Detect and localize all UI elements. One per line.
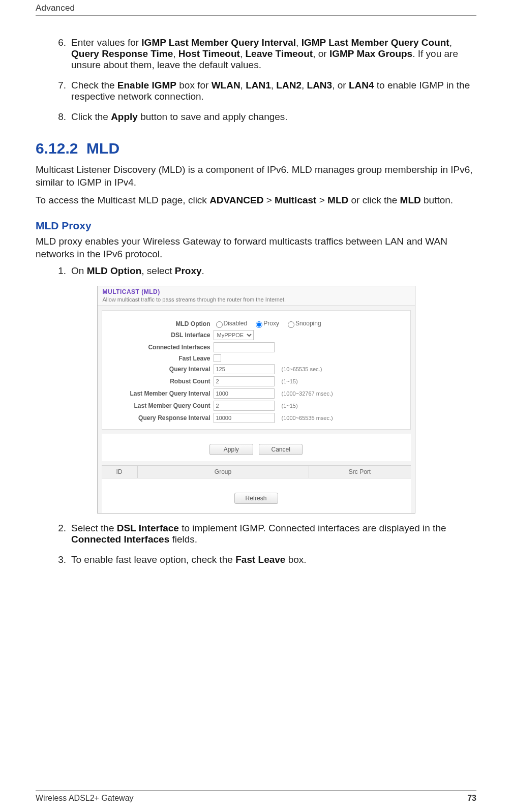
- list-item: 8. Click the Apply button to save and ap…: [50, 111, 476, 123]
- bold-term: MLD: [327, 195, 348, 205]
- mld-option-group: Disabled Proxy Snooping: [214, 320, 325, 328]
- text: >: [316, 195, 327, 205]
- paragraph: Multicast Listener Discovery (MLD) is a …: [36, 163, 476, 189]
- panel-form: MLD Option Disabled Proxy Snooping DSL I…: [102, 310, 411, 430]
- bold-term: LAN4: [349, 80, 374, 91]
- bold-term: DSL Interface: [117, 523, 179, 533]
- bold-term: IGMP Last Member Query Count: [302, 37, 449, 48]
- qr-interval-input[interactable]: [214, 413, 275, 423]
- paragraph: To access the Multicast MLD page, click …: [36, 194, 476, 206]
- connected-interfaces-input[interactable]: [214, 342, 275, 352]
- apply-button[interactable]: Apply: [209, 444, 253, 455]
- text: ,: [302, 80, 307, 91]
- text: To enable fast leave option, check the: [71, 554, 235, 565]
- radio-proxy[interactable]: Proxy: [253, 320, 279, 328]
- bold-term: Multicast: [275, 195, 316, 205]
- section-title: MLD: [86, 140, 119, 157]
- bold-term: LAN1: [246, 80, 271, 91]
- lm-query-count-input[interactable]: [214, 401, 275, 411]
- bold-term: WLAN: [212, 80, 240, 91]
- list-item: 7. Check the Enable IGMP box for WLAN, L…: [50, 80, 476, 102]
- section-number: 6.12.2: [36, 140, 78, 157]
- item-number: 2.: [50, 523, 71, 545]
- radio-label: Proxy: [263, 320, 279, 327]
- hint-text: (1000~32767 msec.): [282, 390, 333, 397]
- bold-term: Fast Leave: [235, 554, 285, 565]
- text: >: [263, 195, 275, 205]
- label-fast-leave: Fast Leave: [106, 355, 214, 362]
- text: Check the: [71, 80, 117, 91]
- radio-input[interactable]: [216, 321, 223, 328]
- bold-term: Host Timeout: [178, 48, 240, 59]
- bold-term: IGMP Max Groups: [329, 48, 412, 59]
- list-item: 1. On MLD Option, select Proxy.: [50, 265, 476, 277]
- text: button to save and apply changes.: [138, 111, 288, 122]
- label-robust-count: Robust Count: [106, 378, 214, 385]
- label-dsl-interface: DSL Interface: [106, 332, 214, 339]
- label-connected-interfaces: Connected Interfaces: [106, 344, 214, 351]
- text: Click the: [71, 111, 111, 122]
- radio-label: Snooping: [295, 320, 321, 327]
- item-number: 1.: [50, 265, 71, 277]
- label-qr-interval: Query Response Interval: [106, 414, 214, 422]
- bold-term: ADVANCED: [209, 195, 263, 205]
- text: ,: [296, 37, 302, 48]
- lm-query-interval-input[interactable]: [214, 388, 275, 399]
- bold-term: MLD Option: [87, 265, 142, 276]
- hint-text: (1000~65535 msec.): [282, 415, 333, 421]
- text: ,: [240, 80, 246, 91]
- footer-product: Wireless ADSL2+ Gateway: [36, 794, 134, 803]
- bold-term: Apply: [111, 111, 138, 122]
- radio-input[interactable]: [256, 321, 262, 328]
- text: ,: [173, 48, 178, 59]
- hint-text: (1~15): [282, 378, 298, 384]
- running-header: Advanced: [36, 0, 476, 16]
- refresh-button[interactable]: Refresh: [234, 493, 278, 504]
- item-body: Click the Apply button to save and apply…: [71, 111, 476, 123]
- text: ,: [271, 80, 277, 91]
- panel-title: MULTICAST (MLD): [103, 288, 410, 295]
- dsl-interface-select[interactable]: MyPPPOE: [214, 330, 254, 340]
- radio-input[interactable]: [288, 321, 294, 328]
- hint-text: (1~15): [282, 403, 298, 409]
- cancel-button[interactable]: Cancel: [259, 444, 303, 455]
- group-table-header: ID Group Src Port: [102, 465, 411, 478]
- bold-term: Leave Timeout: [245, 48, 313, 59]
- text: , or: [332, 80, 349, 91]
- ordered-list-a: 6. Enter values for IGMP Last Member Que…: [36, 37, 476, 123]
- fast-leave-checkbox[interactable]: [214, 354, 221, 362]
- text: box for: [176, 80, 212, 91]
- bold-term: LAN3: [307, 80, 333, 91]
- subsection-heading: MLD Proxy: [36, 220, 476, 232]
- text: ,: [449, 37, 452, 48]
- text: , select: [141, 265, 174, 276]
- page-footer: Wireless ADSL2+ Gateway 73: [36, 790, 476, 803]
- radio-disabled[interactable]: Disabled: [214, 320, 248, 328]
- col-srcport: Src Port: [309, 466, 411, 478]
- bold-term: IGMP Last Member Query Interval: [141, 37, 296, 48]
- col-id: ID: [102, 466, 138, 478]
- text: Enter values for: [71, 37, 141, 48]
- query-interval-input[interactable]: [214, 364, 275, 374]
- item-number: 8.: [50, 111, 71, 123]
- panel-header: MULTICAST (MLD) Allow multicast traffic …: [98, 286, 415, 306]
- button-row: Apply Cancel: [102, 434, 411, 461]
- text: box.: [285, 554, 306, 565]
- bold-term: Enable IGMP: [117, 80, 176, 91]
- text: button.: [421, 195, 453, 205]
- text: ,: [240, 48, 246, 59]
- robust-count-input[interactable]: [214, 376, 275, 386]
- label-mld-option: MLD Option: [106, 320, 214, 327]
- text: to implement IGMP. Connected interfaces …: [179, 523, 446, 533]
- list-item: 2. Select the DSL Interface to implement…: [50, 523, 476, 545]
- label-lm-query-interval: Last Member Query Interval: [106, 390, 214, 397]
- refresh-row: Refresh: [102, 478, 411, 513]
- item-body: To enable fast leave option, check the F…: [71, 554, 476, 565]
- item-number: 6.: [50, 37, 71, 71]
- bold-term: Proxy: [175, 265, 202, 276]
- panel-description: Allow multicast traffic to pass streams …: [103, 296, 410, 303]
- text: fields.: [169, 534, 197, 545]
- radio-snooping[interactable]: Snooping: [285, 320, 321, 328]
- bold-term: LAN2: [276, 80, 302, 91]
- list-item: 3. To enable fast leave option, check th…: [50, 554, 476, 565]
